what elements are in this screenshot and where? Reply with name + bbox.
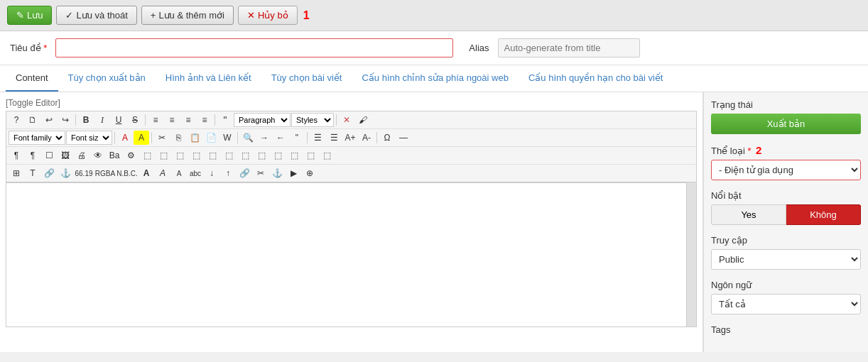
new-doc-btn[interactable]: 🗋	[25, 113, 40, 127]
yes-button[interactable]: Yes	[711, 204, 786, 225]
tab-article-options[interactable]: Tùy chọn bài viết	[261, 65, 352, 92]
editor-body[interactable]	[6, 182, 696, 324]
underline-btn[interactable]: U	[111, 113, 126, 127]
clear-formatting-btn[interactable]: ✕	[339, 113, 354, 127]
preview-btn[interactable]: 👁	[90, 148, 106, 163]
align-center-btn[interactable]: ≡	[164, 113, 180, 127]
font-inc-btn[interactable]: A+	[342, 131, 358, 145]
btn-extra8[interactable]: ⬚	[254, 148, 269, 163]
paste-btn[interactable]: 📋	[187, 131, 202, 145]
toolbar-row-2: Font family Font size A A ✂ ⎘ 📋 📄 W 🔍 → …	[6, 129, 696, 147]
font-size-select[interactable]: Font size	[66, 131, 112, 145]
scrollbar[interactable]	[686, 182, 696, 327]
styles-select[interactable]: Styles	[291, 113, 334, 127]
embed-btn[interactable]: ⊕	[302, 166, 318, 180]
toolbar-row-3: ¶ ¶ ☐ 🖼 🖨 👁 Ba ⚙ ⬚ ⬚ ⬚ ⬚ ⬚ ⬚ ⬚ ⬚ ⬚ ⬚ ⬚ ⬚	[6, 147, 696, 165]
btn-extra7[interactable]: ⬚	[237, 148, 253, 163]
tab-permissions[interactable]: Cấu hình quyền hạn cho bài viết	[519, 65, 673, 92]
the-loai-select[interactable]: - Điện tử gia dụng	[711, 160, 861, 180]
divider-9	[376, 132, 377, 143]
alias-input[interactable]	[498, 38, 640, 57]
title-input[interactable]	[55, 38, 453, 57]
a-upper-btn[interactable]: A	[139, 166, 154, 180]
btn-extra2[interactable]: ⬚	[156, 148, 171, 163]
strikethrough-btn[interactable]: S	[127, 113, 143, 127]
tab-content[interactable]: Content	[6, 65, 58, 92]
btn-extra5[interactable]: ⬚	[205, 148, 220, 163]
a-style-btn[interactable]: A	[155, 166, 170, 180]
truy-cap-section: Truy cập Public	[711, 235, 861, 270]
xuat-ban-button[interactable]: Xuất bản	[711, 114, 861, 134]
copy-btn[interactable]: ⎘	[170, 131, 186, 145]
rgba-btn[interactable]: RGBA	[94, 166, 116, 180]
tab-publish-options[interactable]: Tùy chọn xuất bản	[58, 65, 156, 92]
anchor2-btn[interactable]: ⚓	[269, 166, 285, 180]
save-exit-button[interactable]: ✓ Lưu và thoát	[56, 6, 136, 25]
text-top-btn[interactable]: T	[25, 166, 40, 180]
undo-btn[interactable]: ↩	[41, 113, 57, 127]
special-char-btn[interactable]: Ω	[379, 131, 395, 145]
tab-images-links[interactable]: Hình ảnh và Liên kết	[156, 65, 261, 92]
font-dec-btn[interactable]: A-	[359, 131, 374, 145]
hr-btn[interactable]: —	[396, 131, 411, 145]
truy-cap-select[interactable]: Public	[711, 249, 861, 270]
abc-btn[interactable]: abc	[188, 166, 203, 180]
print-btn[interactable]: 🖨	[74, 148, 89, 163]
tab-frontend-config[interactable]: Cấu hình chỉnh sửa phía ngoài web	[352, 65, 518, 92]
rename-btn[interactable]: Ba	[107, 148, 122, 163]
unlink-btn[interactable]: ✂	[253, 166, 268, 180]
table-btn[interactable]: ⊞	[9, 166, 24, 180]
align-left-btn[interactable]: ≡	[148, 113, 163, 127]
help-btn[interactable]: ?	[9, 113, 24, 127]
italic-btn[interactable]: I	[94, 113, 110, 127]
media-btn[interactable]: ▶	[286, 166, 301, 180]
ngon-ngu-select[interactable]: Tất cả	[711, 294, 861, 314]
btn-extra11[interactable]: ⬚	[303, 148, 318, 163]
rtl-btn[interactable]: ¶	[9, 148, 24, 163]
find-replace-btn[interactable]: 🔍	[240, 131, 256, 145]
cancel-button[interactable]: ✕ Hủy bỏ	[238, 6, 298, 25]
toggle-editor[interactable]: [Toggle Editor]	[6, 98, 697, 108]
font-color-btn[interactable]: A	[117, 131, 133, 145]
indent-btn[interactable]: →	[256, 131, 272, 145]
blockquote-btn[interactable]: "	[217, 113, 233, 127]
align-justify-btn[interactable]: ≡	[197, 113, 212, 127]
image-btn[interactable]: 🖼	[58, 148, 73, 163]
outdent-btn[interactable]: ←	[273, 131, 288, 145]
save-button[interactable]: ✎ Lưu	[7, 6, 52, 25]
link-btn[interactable]: 🔗	[41, 166, 57, 180]
btn-extra9[interactable]: ⬚	[270, 148, 286, 163]
bold-btn[interactable]: B	[78, 113, 94, 127]
blockquote2-btn[interactable]: "	[289, 131, 305, 145]
btn-extra6[interactable]: ⬚	[221, 148, 237, 163]
nbc-btn[interactable]: N.B.C.	[116, 166, 138, 180]
save-new-button[interactable]: + Lưu & thêm mới	[141, 6, 234, 25]
btn-extra1[interactable]: ⬚	[139, 148, 155, 163]
a-small-btn[interactable]: A	[171, 166, 187, 180]
highlight-btn[interactable]: A	[134, 131, 149, 145]
ol-btn[interactable]: ☰	[326, 131, 342, 145]
align-right-btn[interactable]: ≡	[180, 113, 196, 127]
noi-bat-toggle: Yes Không	[711, 204, 861, 225]
btn-extra4[interactable]: ⬚	[188, 148, 204, 163]
ltr-btn[interactable]: ¶	[25, 148, 40, 163]
link2-btn[interactable]: 🔗	[237, 166, 252, 180]
format-btn[interactable]: ⚙	[123, 148, 139, 163]
arrow-down-btn[interactable]: ↓	[204, 166, 219, 180]
layers-btn[interactable]: ☐	[41, 148, 57, 163]
ul-btn[interactable]: ☰	[310, 131, 325, 145]
font-family-select[interactable]: Font family	[9, 131, 65, 145]
paste-word-btn[interactable]: W	[219, 131, 235, 145]
khong-button[interactable]: Không	[786, 204, 861, 225]
btn-extra12[interactable]: ⬚	[319, 148, 335, 163]
anchor-btn[interactable]: ⚓	[58, 166, 73, 180]
paragraph-select[interactable]: Paragraph	[234, 113, 291, 127]
paint-btn[interactable]: 🖌	[355, 113, 371, 127]
divider-2	[145, 114, 146, 126]
cut-btn[interactable]: ✂	[154, 131, 170, 145]
btn-extra3[interactable]: ⬚	[172, 148, 188, 163]
paste-text-btn[interactable]: 📄	[203, 131, 219, 145]
btn-extra10[interactable]: ⬚	[286, 148, 302, 163]
arrow-up-btn[interactable]: ↑	[220, 166, 236, 180]
redo-btn[interactable]: ↪	[58, 113, 73, 127]
